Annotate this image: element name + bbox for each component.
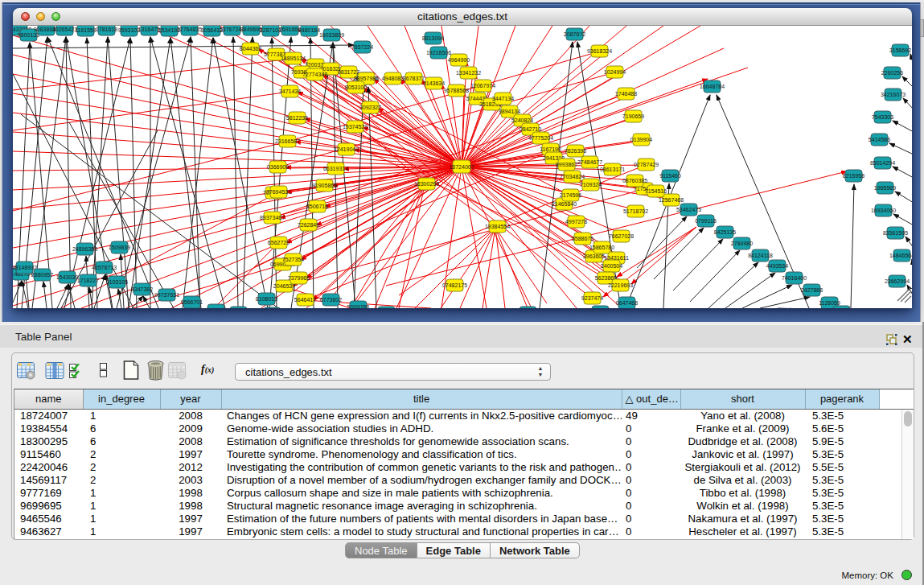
svg-text:0781618: 0781618 xyxy=(96,27,117,32)
svg-text:74016400: 74016400 xyxy=(782,275,807,281)
svg-text:7379965: 7379965 xyxy=(288,275,310,281)
svg-text:7527354: 7527354 xyxy=(282,257,304,262)
svg-text:23166587: 23166587 xyxy=(275,138,300,144)
svg-text:19374529: 19374529 xyxy=(343,124,368,130)
svg-text:2260256: 2260256 xyxy=(881,70,903,76)
svg-text:76627028: 76627028 xyxy=(609,233,634,239)
svg-text:1316475: 1316475 xyxy=(138,27,160,32)
svg-text:1024994: 1024994 xyxy=(604,69,626,75)
svg-text:5414586: 5414586 xyxy=(869,137,890,142)
svg-text:7190659: 7190659 xyxy=(622,113,644,119)
svg-text:19384554: 19384554 xyxy=(485,224,510,229)
svg-text:51718702: 51718702 xyxy=(623,208,648,214)
svg-text:13341232: 13341232 xyxy=(456,70,481,76)
svg-text:12419049: 12419049 xyxy=(334,146,359,152)
svg-text:2174596: 2174596 xyxy=(560,192,581,198)
svg-text:1965569: 1965569 xyxy=(874,185,896,191)
svg-text:77034824: 77034824 xyxy=(560,174,585,179)
svg-text:5588675: 5588675 xyxy=(572,236,593,241)
svg-text:7826398: 7826398 xyxy=(565,148,586,154)
svg-text:5812236: 5812236 xyxy=(286,115,308,121)
svg-text:20876?2: 20876?2 xyxy=(564,31,585,37)
svg-text:12567468: 12567468 xyxy=(659,197,684,203)
svg-text:85014294: 85014294 xyxy=(870,160,895,166)
svg-text:1718227: 1718227 xyxy=(77,278,99,283)
svg-text:12067974: 12067974 xyxy=(470,83,495,89)
svg-text:8044369: 8044369 xyxy=(240,46,261,51)
svg-text:0647468: 0647468 xyxy=(616,300,638,306)
svg-text:7857224: 7857224 xyxy=(351,44,373,50)
svg-text:22219693: 22219693 xyxy=(608,282,633,288)
svg-text:1128059: 1128059 xyxy=(819,300,840,306)
svg-text:9115460: 9115460 xyxy=(659,173,681,179)
svg-text:8506716: 8506716 xyxy=(306,204,328,209)
svg-text:89373467: 89373467 xyxy=(260,215,285,220)
svg-text:1543039: 1543039 xyxy=(56,274,78,280)
svg-text:7154516: 7154516 xyxy=(645,188,667,194)
svg-text:91905865: 91905865 xyxy=(312,183,337,188)
svg-text:1746488: 1746488 xyxy=(615,91,637,97)
svg-text:46578713: 46578713 xyxy=(92,265,117,270)
svg-text:3092327: 3092327 xyxy=(359,105,381,110)
svg-text:1167190: 1167190 xyxy=(540,146,561,152)
svg-text:1509839: 1509839 xyxy=(109,245,130,250)
svg-text:0831727: 0831727 xyxy=(338,69,359,75)
svg-text:47775204: 47775204 xyxy=(528,135,553,141)
svg-text:6773602: 6773602 xyxy=(320,297,342,303)
svg-text:2880957: 2880957 xyxy=(31,272,53,278)
svg-text:14895134: 14895134 xyxy=(281,56,306,61)
svg-text:4964990: 4964990 xyxy=(448,57,470,63)
svg-text:3678377: 3678377 xyxy=(403,76,425,81)
svg-text:8053100: 8053100 xyxy=(345,84,367,90)
svg-text:2427868: 2427868 xyxy=(801,287,823,293)
svg-text:18300295: 18300295 xyxy=(414,181,439,187)
svg-text:0103105: 0103105 xyxy=(106,279,128,285)
svg-text:2400504: 2400504 xyxy=(601,263,622,269)
svg-text:0143634: 0143634 xyxy=(423,80,445,86)
svg-text:72774348: 72774348 xyxy=(302,72,327,77)
svg-text:4493534: 4493534 xyxy=(766,263,788,269)
svg-text:34216073: 34216073 xyxy=(881,92,906,97)
svg-text:16934060: 16934060 xyxy=(871,208,896,213)
svg-text:3158692: 3158692 xyxy=(889,47,911,53)
svg-text:88957986: 88957986 xyxy=(354,76,379,81)
svg-text:8108013: 8108013 xyxy=(256,296,277,302)
svg-text:02787429: 02787429 xyxy=(634,162,659,167)
svg-text:8347382: 8347382 xyxy=(131,286,153,292)
svg-text:99737631: 99737631 xyxy=(154,292,179,298)
svg-text:27484677: 27484677 xyxy=(577,159,602,165)
svg-text:8215958: 8215958 xyxy=(843,173,864,179)
svg-text:5240824: 5240824 xyxy=(511,117,533,123)
svg-text:40265423: 40265423 xyxy=(52,27,77,32)
svg-text:6562729: 6562729 xyxy=(268,240,290,245)
svg-text:5646417: 5646417 xyxy=(294,297,316,303)
svg-text:66319314: 66319314 xyxy=(323,166,348,171)
svg-text:23662994: 23662994 xyxy=(885,278,910,284)
svg-text:8813094: 8813094 xyxy=(422,35,444,41)
svg-text:3447134: 3447134 xyxy=(492,96,514,101)
svg-text:2784980: 2784980 xyxy=(731,241,753,246)
svg-text:6566701: 6566701 xyxy=(181,299,203,305)
svg-text:3471434: 3471434 xyxy=(279,89,301,94)
svg-text:9993867: 9993867 xyxy=(556,162,577,167)
svg-text:84124118: 84124118 xyxy=(748,253,773,258)
svg-text:1161559: 1161559 xyxy=(75,27,97,33)
svg-text:77694531: 77694531 xyxy=(266,189,291,195)
svg-text:16648784: 16648784 xyxy=(700,84,725,89)
svg-text:6513338: 6513338 xyxy=(205,307,227,308)
svg-text:9593103: 9593103 xyxy=(118,27,140,33)
svg-text:53462475: 53462475 xyxy=(676,207,701,212)
svg-text:0842710: 0842710 xyxy=(519,126,541,132)
svg-text:28148932: 28148932 xyxy=(13,265,37,270)
svg-text:16033809: 16033809 xyxy=(319,32,344,38)
svg-text:4948083: 4948083 xyxy=(382,76,404,81)
svg-text:8425135: 8425135 xyxy=(714,229,736,235)
svg-text:0366909: 0366909 xyxy=(267,164,289,170)
svg-text:32764835: 32764835 xyxy=(177,27,202,32)
svg-text:5009788: 5009788 xyxy=(347,304,369,308)
svg-text:0139904: 0139904 xyxy=(630,137,652,142)
svg-text:0799118: 0799118 xyxy=(695,218,717,224)
svg-text:7543303: 7543303 xyxy=(872,114,893,120)
svg-text:9237474: 9237474 xyxy=(581,295,603,301)
svg-text:9600133: 9600133 xyxy=(18,32,39,38)
